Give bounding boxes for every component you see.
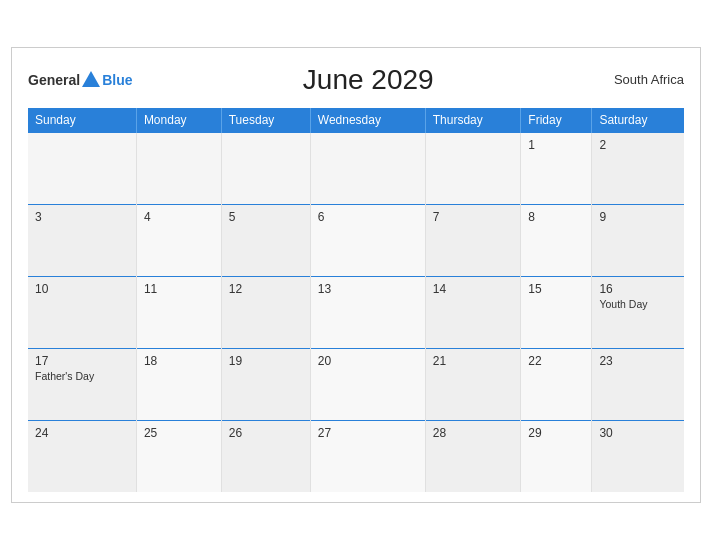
weekday-header-sunday: Sunday — [28, 108, 136, 133]
day-number: 29 — [528, 426, 584, 440]
day-number: 11 — [144, 282, 214, 296]
day-cell: 18 — [136, 348, 221, 420]
day-cell: 13 — [310, 276, 425, 348]
day-cell: 2 — [592, 132, 684, 204]
day-cell: 28 — [425, 420, 521, 492]
week-row-4: 17Father's Day181920212223 — [28, 348, 684, 420]
weekday-header-friday: Friday — [521, 108, 592, 133]
day-event-label: Father's Day — [35, 370, 129, 382]
day-cell: 16Youth Day — [592, 276, 684, 348]
day-cell: 7 — [425, 204, 521, 276]
calendar-header: General Blue June 2029 South Africa — [28, 64, 684, 96]
day-cell: 26 — [221, 420, 310, 492]
day-cell: 11 — [136, 276, 221, 348]
day-number: 22 — [528, 354, 584, 368]
day-cell: 24 — [28, 420, 136, 492]
day-cell: 14 — [425, 276, 521, 348]
logo-area: General Blue — [28, 72, 132, 88]
day-cell: 22 — [521, 348, 592, 420]
day-number: 9 — [599, 210, 677, 224]
week-row-2: 3456789 — [28, 204, 684, 276]
day-number: 7 — [433, 210, 514, 224]
day-number: 17 — [35, 354, 129, 368]
day-cell — [310, 132, 425, 204]
day-cell: 3 — [28, 204, 136, 276]
day-cell: 29 — [521, 420, 592, 492]
day-number: 19 — [229, 354, 303, 368]
day-number: 8 — [528, 210, 584, 224]
day-number: 5 — [229, 210, 303, 224]
day-number: 20 — [318, 354, 418, 368]
day-cell: 20 — [310, 348, 425, 420]
day-cell: 17Father's Day — [28, 348, 136, 420]
day-cell: 9 — [592, 204, 684, 276]
day-event-label: Youth Day — [599, 298, 677, 310]
calendar-grid: SundayMondayTuesdayWednesdayThursdayFrid… — [28, 108, 684, 493]
day-number: 6 — [318, 210, 418, 224]
day-number: 15 — [528, 282, 584, 296]
day-number: 24 — [35, 426, 129, 440]
day-cell: 1 — [521, 132, 592, 204]
day-number: 23 — [599, 354, 677, 368]
calendar-title: June 2029 — [132, 64, 604, 96]
day-number: 27 — [318, 426, 418, 440]
day-cell: 4 — [136, 204, 221, 276]
day-number: 2 — [599, 138, 677, 152]
calendar-country: South Africa — [604, 72, 684, 87]
day-cell — [28, 132, 136, 204]
day-number: 25 — [144, 426, 214, 440]
logo-general-text: General — [28, 72, 80, 88]
weekday-header-saturday: Saturday — [592, 108, 684, 133]
day-number: 1 — [528, 138, 584, 152]
day-number: 4 — [144, 210, 214, 224]
day-number: 30 — [599, 426, 677, 440]
calendar-container: General Blue June 2029 South Africa Sund… — [11, 47, 701, 504]
day-number: 21 — [433, 354, 514, 368]
day-number: 16 — [599, 282, 677, 296]
day-cell: 23 — [592, 348, 684, 420]
day-number: 3 — [35, 210, 129, 224]
day-cell: 12 — [221, 276, 310, 348]
day-number: 10 — [35, 282, 129, 296]
day-cell: 21 — [425, 348, 521, 420]
day-cell — [221, 132, 310, 204]
weekday-header-tuesday: Tuesday — [221, 108, 310, 133]
day-cell: 6 — [310, 204, 425, 276]
weekday-header-row: SundayMondayTuesdayWednesdayThursdayFrid… — [28, 108, 684, 133]
weekday-header-monday: Monday — [136, 108, 221, 133]
day-cell: 10 — [28, 276, 136, 348]
week-row-5: 24252627282930 — [28, 420, 684, 492]
week-row-3: 10111213141516Youth Day — [28, 276, 684, 348]
weekday-header-wednesday: Wednesday — [310, 108, 425, 133]
day-cell: 30 — [592, 420, 684, 492]
day-cell: 5 — [221, 204, 310, 276]
week-row-1: 12 — [28, 132, 684, 204]
day-cell: 25 — [136, 420, 221, 492]
day-cell: 19 — [221, 348, 310, 420]
day-cell: 27 — [310, 420, 425, 492]
day-cell — [136, 132, 221, 204]
day-cell: 15 — [521, 276, 592, 348]
logo-blue-text: Blue — [102, 72, 132, 88]
day-number: 18 — [144, 354, 214, 368]
logo-triangle-icon — [82, 71, 100, 87]
day-number: 28 — [433, 426, 514, 440]
day-number: 12 — [229, 282, 303, 296]
day-cell — [425, 132, 521, 204]
day-number: 26 — [229, 426, 303, 440]
day-cell: 8 — [521, 204, 592, 276]
weekday-header-thursday: Thursday — [425, 108, 521, 133]
day-number: 13 — [318, 282, 418, 296]
day-number: 14 — [433, 282, 514, 296]
